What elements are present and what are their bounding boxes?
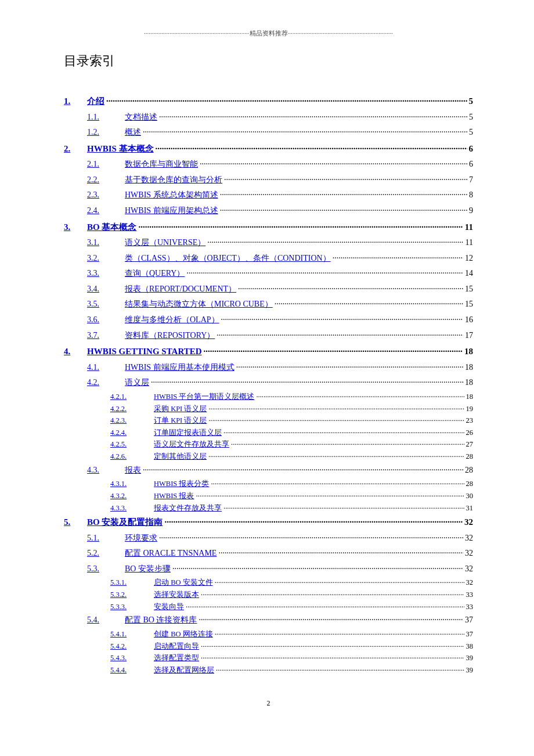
toc-entry-number[interactable]: 5.3.3. <box>110 601 154 613</box>
toc-entry-label[interactable]: 启动配置向导 <box>154 640 199 653</box>
toc-leader-dots <box>220 188 467 203</box>
toc-entry-label[interactable]: HWBIS 前端应用基本使用模式 <box>125 360 234 376</box>
toc-entry-number[interactable]: 3.6. <box>87 312 125 328</box>
toc-entry-number[interactable]: 2. <box>64 141 87 157</box>
toc-entry: 4.1.HWBIS 前端应用基本使用模式18 <box>87 360 473 376</box>
toc-entry-label[interactable]: 选择及配置网络层 <box>154 664 214 676</box>
toc-entry-label[interactable]: 数据仓库与商业智能 <box>125 157 198 172</box>
toc-entry-label[interactable]: 创建 BO 网络连接 <box>154 628 213 640</box>
toc-entry: 4.3.报表28 <box>87 463 473 478</box>
toc-entry: 3.5.结果集与动态微立方体（MICRO CUBE）15 <box>87 297 473 312</box>
toc-entry-label[interactable]: 概述 <box>125 125 141 141</box>
toc-entry-number[interactable]: 5.3.1. <box>110 577 154 589</box>
toc-entry-label[interactable]: 维度与多维分析（OLAP） <box>125 312 219 328</box>
toc-entry-label[interactable]: 类（CLASS）、对象（OBJECT）、条件（CONDITION） <box>125 251 331 267</box>
toc-entry-number[interactable]: 3.2. <box>87 251 125 267</box>
toc-entry-number[interactable]: 4.2.6. <box>110 451 154 463</box>
toc-entry-label[interactable]: 语义层（UNIVERSE） <box>125 235 205 251</box>
toc-entry-number[interactable]: 1.2. <box>87 125 125 141</box>
header-ornament: ········································… <box>64 29 473 38</box>
toc-entry-label[interactable]: HWBIS 前端应用架构总述 <box>125 203 218 219</box>
toc-entry-number[interactable]: 3.1. <box>87 235 125 251</box>
toc-entry-number[interactable]: 4.3. <box>87 463 125 478</box>
table-of-contents: 1.介绍51.1.文档描述51.2.概述52.HWBIS 基本概念62.1.数据… <box>64 93 473 676</box>
toc-entry-number[interactable]: 5.1. <box>87 531 125 546</box>
toc-entry-number[interactable]: 1. <box>64 93 87 110</box>
toc-entry-label[interactable]: 语义层文件存放及共享 <box>154 438 229 451</box>
toc-entry-number[interactable]: 5.4.4. <box>110 664 154 676</box>
toc-entry-number[interactable]: 5.3. <box>87 561 125 577</box>
toc-entry-number[interactable]: 4.2.2. <box>110 403 154 415</box>
toc-entry-number[interactable]: 4. <box>64 343 87 360</box>
toc-leader-dots <box>221 312 463 328</box>
toc-entry-label[interactable]: 文档描述 <box>125 110 157 125</box>
toc-entry-label[interactable]: 查询（QUERY） <box>125 266 185 282</box>
toc-entry-label[interactable]: HWBIS 平台第一期语义层概述 <box>154 391 254 403</box>
toc-entry-number[interactable]: 4.2.3. <box>110 415 154 427</box>
toc-leader-dots <box>201 652 464 664</box>
toc-entry-page: 15 <box>465 297 473 312</box>
toc-entry-label[interactable]: BO 基本概念 <box>87 219 136 236</box>
toc-entry-label[interactable]: HWBIS 基本概念 <box>87 141 154 157</box>
toc-entry-number[interactable]: 4.2.5. <box>110 438 154 451</box>
toc-entry-number[interactable]: 1.1. <box>87 110 125 125</box>
toc-entry-label[interactable]: BO 安装及配置指南 <box>87 514 163 531</box>
toc-entry-number[interactable]: 3. <box>64 219 87 236</box>
toc-entry-number[interactable]: 5.2. <box>87 546 125 561</box>
toc-entry-label[interactable]: 启动 BO 安装文件 <box>154 577 213 589</box>
toc-leader-dots <box>201 589 464 601</box>
toc-entry-label[interactable]: 选择安装版本 <box>154 589 199 601</box>
toc-entry-number[interactable]: 2.4. <box>87 203 125 219</box>
toc-entry-label[interactable]: 报表文件存放及共享 <box>154 502 222 514</box>
toc-entry-label[interactable]: 采购 KPI 语义层 <box>154 403 207 415</box>
toc-entry-number[interactable]: 5.4.1. <box>110 628 154 640</box>
toc-entry-label[interactable]: 配置 BO 连接资料库 <box>125 613 197 628</box>
toc-entry-label[interactable]: 资料库（REPOSITORY） <box>125 328 215 344</box>
toc-entry-label[interactable]: 报表（REPORT/DOCUMENT） <box>125 282 236 297</box>
toc-entry-label[interactable]: 基于数据仓库的查询与分析 <box>125 172 222 188</box>
toc-entry-number[interactable]: 5. <box>64 514 87 531</box>
toc-entry: 3.6.维度与多维分析（OLAP）16 <box>87 312 473 328</box>
toc-entry-label[interactable]: BO 安装步骤 <box>125 561 171 577</box>
toc-entry-label[interactable]: HWBIS 报表 <box>154 490 194 502</box>
toc-entry-label[interactable]: 报表 <box>125 463 141 478</box>
toc-entry-page: 26 <box>466 427 474 439</box>
toc-entry-page: 8 <box>469 188 473 203</box>
toc-entry-number[interactable]: 2.3. <box>87 188 125 203</box>
toc-entry-number[interactable]: 4.2.4. <box>110 427 154 439</box>
toc-entry-label[interactable]: 订单 KPI 语义层 <box>154 415 207 427</box>
toc-entry-number[interactable]: 4.2.1. <box>110 391 154 403</box>
toc-entry-number[interactable]: 3.3. <box>87 266 125 282</box>
toc-entry-number[interactable]: 4.2. <box>87 375 125 391</box>
toc-entry-number[interactable]: 5.4. <box>87 613 125 628</box>
toc-entry-label[interactable]: 语义层 <box>125 375 149 391</box>
toc-entry-number[interactable]: 4.3.2. <box>110 490 154 502</box>
toc-entry-label[interactable]: HWBIS 报表分类 <box>154 478 209 490</box>
toc-entry-label[interactable]: HWBIS GETTING STARTED <box>87 343 202 360</box>
toc-entry: 1.介绍5 <box>64 93 473 110</box>
toc-entry-label[interactable]: HWBIS 系统总体架构简述 <box>125 188 218 203</box>
toc-entry-number[interactable]: 3.5. <box>87 297 125 312</box>
toc-entry-number[interactable]: 4.3.3. <box>110 502 154 514</box>
toc-entry-label[interactable]: 介绍 <box>87 93 104 110</box>
toc-entry: 4.2.3.订单 KPI 语义层23 <box>110 415 473 427</box>
toc-entry-number[interactable]: 2.1. <box>87 157 125 172</box>
toc-entry-label[interactable]: 环境要求 <box>125 531 157 546</box>
toc-entry-number[interactable]: 4.3.1. <box>110 478 154 490</box>
toc-entry: 4.2.2.采购 KPI 语义层19 <box>110 403 473 415</box>
toc-leader-dots <box>186 601 464 613</box>
toc-entry-label[interactable]: 配置 ORACLE TNSNAME <box>125 546 217 561</box>
toc-entry-label[interactable]: 订单固定报表语义层 <box>154 427 222 439</box>
toc-entry-label[interactable]: 结果集与动态微立方体（MICRO CUBE） <box>125 297 273 312</box>
toc-entry-number[interactable]: 4.1. <box>87 360 125 376</box>
toc-entry-page: 37 <box>465 613 473 628</box>
toc-entry-number[interactable]: 5.3.2. <box>110 589 154 601</box>
toc-entry-number[interactable]: 3.4. <box>87 282 125 297</box>
toc-entry-label[interactable]: 定制其他语义层 <box>154 451 207 463</box>
toc-entry-number[interactable]: 5.4.3. <box>110 652 154 664</box>
toc-entry-number[interactable]: 2.2. <box>87 172 125 188</box>
toc-entry-label[interactable]: 安装向导 <box>154 601 184 613</box>
toc-entry-number[interactable]: 5.4.2. <box>110 640 154 653</box>
toc-entry-number[interactable]: 3.7. <box>87 328 125 344</box>
toc-entry-label[interactable]: 选择配置类型 <box>154 652 199 664</box>
